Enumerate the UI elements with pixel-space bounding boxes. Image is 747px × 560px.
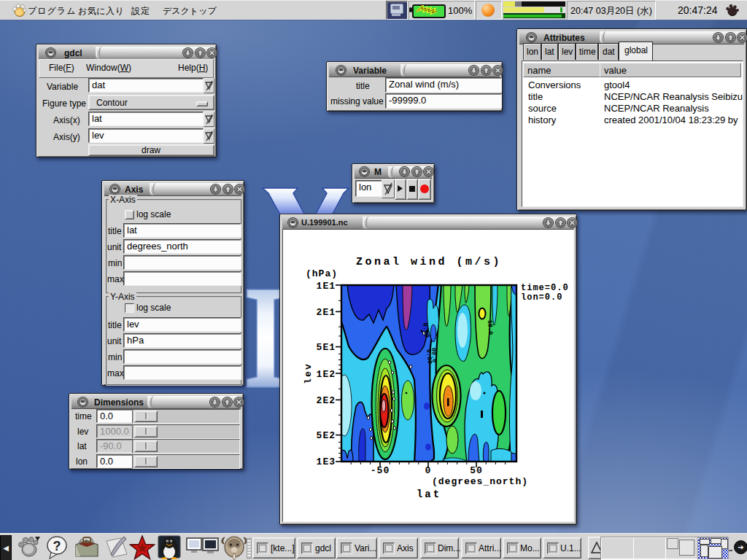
svg-text:?: ?: [53, 539, 61, 553]
svg-text:5E1: 5E1: [317, 342, 336, 353]
svg-text:(degrees_north): (degrees_north): [432, 476, 528, 487]
svg-text:Zonal wind (m/s): Zonal wind (m/s): [356, 256, 502, 268]
svg-text:lon=0.0: lon=0.0: [521, 292, 562, 303]
svg-text:18.0: 18.0: [486, 320, 494, 335]
svg-text:00.0: 00.0: [430, 348, 438, 363]
svg-text:time=0.0: time=0.0: [521, 283, 569, 293]
svg-text:lat: lat: [417, 489, 441, 500]
svg-text:(hPa): (hPa): [306, 268, 338, 279]
svg-text:1E3: 1E3: [317, 456, 336, 467]
svg-text:2E2: 2E2: [317, 395, 336, 406]
svg-text:1E1: 1E1: [317, 281, 336, 292]
svg-text:5E2: 5E2: [317, 430, 336, 441]
svg-text:00.0: 00.0: [514, 354, 522, 370]
svg-text:2E1: 2E1: [317, 307, 336, 318]
svg-text:1E2: 1E2: [317, 369, 336, 380]
svg-text:lev: lev: [303, 362, 314, 384]
